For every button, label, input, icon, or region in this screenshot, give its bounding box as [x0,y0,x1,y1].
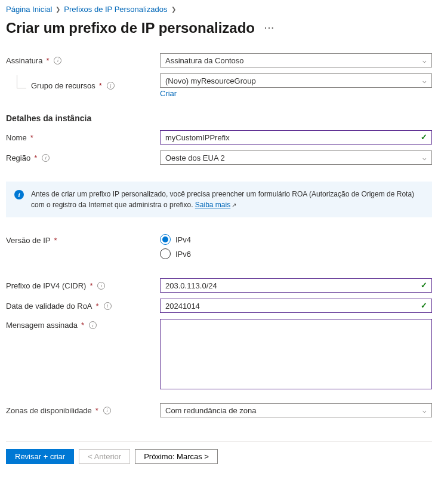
cidr-input[interactable] [160,278,432,293]
more-actions-icon[interactable]: ··· [264,23,275,33]
radio-icon [160,248,171,259]
next-button[interactable]: Próximo: Marcas > [135,449,218,464]
info-banner: i Antes de criar um prefixo IP personali… [6,182,432,217]
info-icon[interactable]: i [104,302,112,310]
checkmark-icon: ✓ [421,301,427,310]
subscription-select[interactable]: Assinatura da Contoso ⌵ [160,53,432,67]
info-badge-icon: i [14,190,24,199]
label-cidr: Prefixo de IPV4 (CIDR)* i [6,281,160,290]
info-icon[interactable]: i [103,407,111,414]
section-instance-details: Detalhes da instância [6,113,432,123]
review-create-button[interactable]: Revisar + criar [6,449,74,464]
radio-ipv4[interactable]: IPv4 [160,234,432,245]
radio-ipv6[interactable]: IPv6 [160,248,432,259]
label-region: Região* i [6,153,160,162]
breadcrumb: Página Inicial ❯ Prefixos de IP Personal… [6,5,432,16]
chevron-right-icon: ❯ [171,6,176,13]
resource-group-select[interactable]: (Novo) myResourceGroup ⌵ [160,73,432,88]
availability-zones-select[interactable]: Com redundância de zona ⌵ [160,403,432,417]
wizard-footer: Revisar + criar < Anterior Próximo: Marc… [6,441,432,464]
chevron-down-icon: ⌵ [422,154,427,162]
chevron-right-icon: ❯ [55,6,60,13]
label-resource-group: Grupo de recursos* i [6,81,160,90]
roa-expiry-input[interactable] [160,299,432,313]
label-availability-zones: Zonas de disponibilidade* i [6,406,160,415]
info-icon[interactable]: i [97,282,105,290]
checkmark-icon: ✓ [421,281,427,290]
learn-more-link[interactable]: Saiba mais [195,201,230,209]
label-ip-version: Versão de IP* [6,234,160,245]
breadcrumb-home[interactable]: Página Inicial [6,5,52,14]
breadcrumb-prefixes[interactable]: Prefixos de IP Personalizados [64,5,167,14]
label-name: Nome* [6,133,160,142]
external-link-icon: ↗ [232,201,236,210]
page-title: Criar um prefixo de IP personalizado ··· [6,20,432,36]
label-subscription: Assinatura* i [6,56,160,65]
label-roa-expiry: Data de validade do RoA* i [6,302,160,311]
info-icon[interactable]: i [107,82,115,90]
info-icon[interactable]: i [54,57,61,64]
previous-button: < Anterior [79,449,130,464]
region-select[interactable]: Oeste dos EUA 2 ⌵ [160,150,432,165]
info-icon[interactable]: i [89,321,97,329]
chevron-down-icon: ⌵ [422,77,427,85]
signed-message-textarea[interactable] [160,319,432,389]
info-icon[interactable]: i [42,154,50,162]
name-input[interactable] [160,130,432,145]
checkmark-icon: ✓ [421,133,427,142]
radio-icon [160,234,171,245]
chevron-down-icon: ⌵ [422,407,427,414]
chevron-down-icon: ⌵ [422,57,427,64]
label-signed-message: Mensagem assinada* i [6,319,160,330]
tree-connector [17,75,26,88]
create-new-link[interactable]: Criar [160,89,177,98]
